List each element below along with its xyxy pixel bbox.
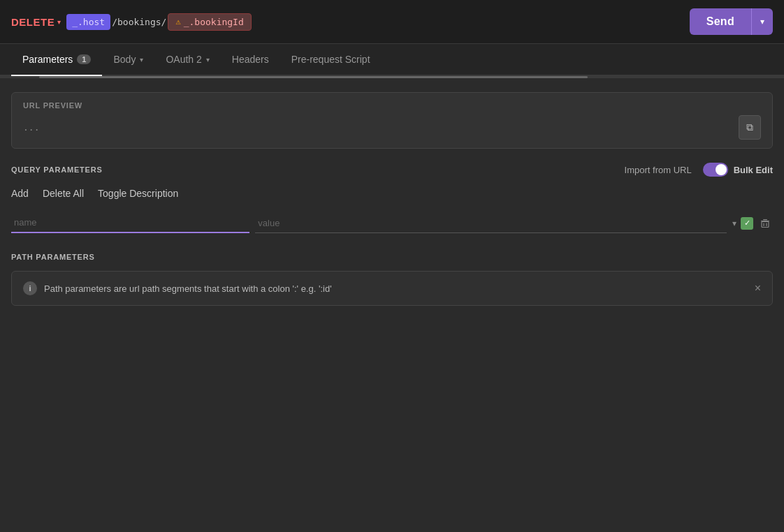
url-path-text: /bookings/ bbox=[110, 14, 168, 30]
tab-body-label: Body bbox=[113, 54, 136, 65]
tab-oauth2-label: OAuth 2 bbox=[166, 54, 201, 65]
tab-pre-request-script[interactable]: Pre-request Script bbox=[280, 44, 382, 76]
param-name-input[interactable] bbox=[11, 213, 249, 233]
svg-rect-2 bbox=[762, 221, 769, 227]
scroll-track bbox=[0, 76, 784, 78]
toggle-knob bbox=[716, 164, 727, 175]
bulk-edit-toggle[interactable]: Bulk Edit bbox=[703, 163, 773, 177]
top-bar: DELETE ▾ _.host /bookings/ ⚠ _.bookingId… bbox=[0, 0, 784, 44]
tab-parameters[interactable]: Parameters 1 bbox=[11, 44, 102, 76]
bulk-edit-switch[interactable] bbox=[703, 163, 728, 177]
info-box-content: i Path parameters are url path segments … bbox=[23, 281, 332, 295]
tab-body[interactable]: Body ▾ bbox=[102, 44, 154, 76]
scroll-thumb[interactable] bbox=[39, 76, 588, 78]
query-params-section: QUERY PARAMETERS Import from URL Bulk Ed… bbox=[11, 163, 773, 233]
path-params-header: PATH PARAMETERS bbox=[11, 250, 773, 263]
action-buttons: Add Delete All Toggle Description bbox=[11, 185, 773, 202]
path-params-info-text: Path parameters are url path segments th… bbox=[44, 283, 332, 294]
svg-rect-1 bbox=[763, 219, 767, 220]
info-close-button[interactable]: × bbox=[755, 282, 761, 295]
main-content: URL PREVIEW ... ⧉ QUERY PARAMETERS Impor… bbox=[0, 78, 784, 320]
method-label: DELETE bbox=[11, 16, 55, 28]
tab-headers[interactable]: Headers bbox=[221, 44, 280, 76]
query-params-title: QUERY PARAMETERS bbox=[11, 165, 103, 174]
send-dropdown-button[interactable]: ▾ bbox=[751, 8, 773, 35]
tab-bar: Parameters 1 Body ▾ OAuth 2 ▾ Headers Pr… bbox=[0, 44, 784, 76]
import-from-url-link[interactable]: Import from URL bbox=[625, 165, 692, 175]
param-checkbox[interactable]: ✓ bbox=[741, 217, 753, 230]
path-params-section: PATH PARAMETERS i Path parameters are ur… bbox=[11, 250, 773, 306]
url-preview-text: ... bbox=[23, 122, 39, 133]
tab-body-chevron-icon: ▾ bbox=[140, 56, 143, 64]
path-params-info-box: i Path parameters are url path segments … bbox=[11, 271, 773, 306]
path-params-title: PATH PARAMETERS bbox=[11, 253, 95, 261]
query-params-actions: Import from URL Bulk Edit bbox=[625, 163, 773, 177]
copy-url-button[interactable]: ⧉ bbox=[739, 115, 761, 140]
url-param-text: _.bookingId bbox=[184, 17, 244, 27]
warning-icon: ⚠ bbox=[175, 17, 180, 27]
param-row: ▾ ✓ bbox=[11, 213, 773, 233]
toggle-description-button[interactable]: Toggle Description bbox=[98, 185, 178, 202]
url-preview-content: ... ⧉ bbox=[23, 115, 761, 140]
url-preview-label: URL PREVIEW bbox=[23, 101, 761, 110]
tab-oauth2-chevron-icon: ▾ bbox=[206, 56, 210, 64]
tab-pre-request-label: Pre-request Script bbox=[291, 54, 370, 65]
url-bar: _.host /bookings/ ⚠ _.bookingId bbox=[66, 13, 683, 31]
param-value-input[interactable] bbox=[255, 214, 727, 233]
tab-headers-label: Headers bbox=[232, 54, 269, 65]
query-params-header: QUERY PARAMETERS Import from URL Bulk Ed… bbox=[11, 163, 773, 177]
param-delete-button[interactable] bbox=[757, 216, 773, 231]
copy-icon: ⧉ bbox=[746, 121, 753, 133]
info-icon: i bbox=[23, 281, 37, 295]
url-host-token[interactable]: _.host bbox=[66, 14, 110, 30]
param-controls: ▾ ✓ bbox=[732, 216, 773, 231]
url-preview-section: URL PREVIEW ... ⧉ bbox=[11, 92, 773, 149]
url-param-warning-token[interactable]: ⚠ _.bookingId bbox=[168, 13, 251, 31]
method-selector[interactable]: DELETE ▾ bbox=[11, 16, 61, 28]
send-button[interactable]: Send bbox=[690, 8, 751, 35]
bulk-edit-label: Bulk Edit bbox=[734, 165, 773, 175]
tab-parameters-badge: 1 bbox=[77, 54, 91, 64]
add-param-button[interactable]: Add bbox=[11, 185, 29, 202]
param-chevron-icon[interactable]: ▾ bbox=[732, 219, 736, 228]
tab-parameters-label: Parameters bbox=[22, 54, 73, 65]
method-chevron-icon: ▾ bbox=[57, 18, 61, 26]
send-button-group: Send ▾ bbox=[690, 8, 773, 35]
delete-all-button[interactable]: Delete All bbox=[43, 185, 84, 202]
tab-oauth2[interactable]: OAuth 2 ▾ bbox=[154, 44, 220, 76]
